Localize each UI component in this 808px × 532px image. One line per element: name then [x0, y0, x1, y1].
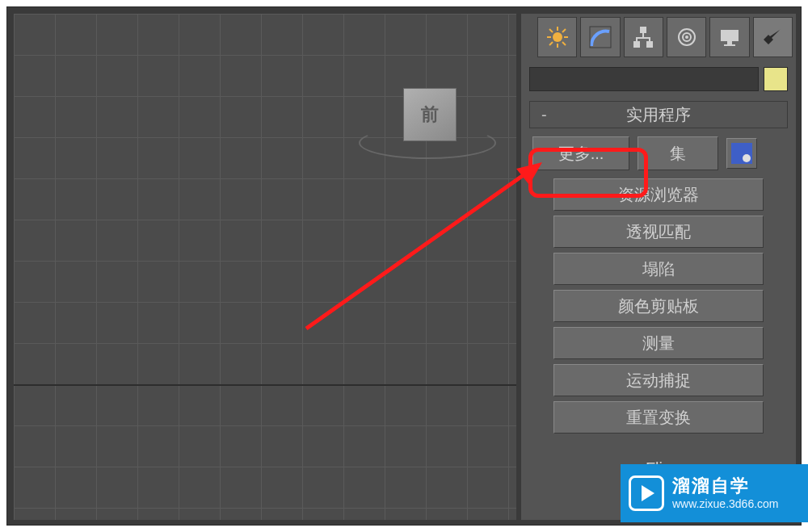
svg-rect-11	[633, 41, 640, 48]
svg-line-6	[562, 42, 566, 45]
svg-rect-12	[646, 41, 653, 48]
command-panel: - 实用程序 更多... 集 资源浏览器 透视匹配 塌陷 颜色剪贴板 测量 运动…	[521, 14, 796, 520]
svg-line-7	[562, 29, 566, 32]
svg-point-15	[685, 36, 688, 39]
app-frame: 前	[6, 6, 802, 526]
rollout-collapse-icon: -	[541, 107, 547, 123]
configure-icon	[731, 143, 752, 164]
configure-button[interactable]	[726, 138, 757, 169]
svg-line-8	[549, 42, 553, 45]
utilities-tab-icon[interactable]	[753, 17, 793, 57]
utility-reset-xform[interactable]: 重置变换	[553, 401, 764, 434]
utility-measure[interactable]: 测量	[553, 327, 764, 359]
viewcube[interactable]: 前	[403, 88, 466, 151]
svg-rect-10	[640, 27, 646, 33]
svg-rect-18	[724, 44, 735, 46]
name-and-color-row	[529, 67, 788, 91]
motion-tab-icon[interactable]	[667, 17, 706, 57]
display-tab-icon[interactable]	[709, 17, 749, 57]
svg-point-0	[553, 32, 562, 42]
modify-tab-icon[interactable]	[580, 17, 620, 57]
utilities-rollout-header[interactable]: - 实用程序	[529, 101, 788, 128]
utilities-list: 资源浏览器 透视匹配 塌陷 颜色剪贴板 测量 运动捕捉 重置变换 Flig	[553, 178, 764, 478]
sets-button[interactable]: 集	[638, 136, 718, 170]
utility-collapse[interactable]: 塌陷	[553, 253, 764, 285]
create-tab-icon[interactable]	[537, 17, 577, 57]
viewport-front[interactable]: 前	[14, 14, 516, 520]
object-color-swatch[interactable]	[764, 67, 788, 91]
hierarchy-tab-icon[interactable]	[624, 17, 663, 57]
rollout-title: 实用程序	[530, 104, 787, 126]
command-panel-tabs	[521, 14, 796, 61]
viewport-horizon	[14, 384, 516, 386]
watermark-url: www.zixue.3d66.com	[672, 497, 779, 511]
utilities-top-row: 更多... 集	[532, 136, 785, 170]
viewcube-front-face[interactable]: 前	[403, 88, 457, 141]
utility-perspective-match[interactable]: 透视匹配	[553, 216, 764, 248]
svg-rect-17	[727, 41, 732, 44]
utility-motion-capture[interactable]: 运动捕捉	[553, 364, 764, 396]
utility-asset-browser[interactable]: 资源浏览器	[553, 178, 764, 211]
object-name-field[interactable]	[529, 67, 759, 91]
more-button[interactable]: 更多...	[532, 136, 629, 170]
utility-color-clipboard[interactable]: 颜色剪贴板	[553, 290, 764, 322]
play-icon	[629, 475, 664, 511]
svg-line-5	[549, 29, 553, 32]
watermark-badge: 溜溜自学 www.zixue.3d66.com	[621, 464, 808, 522]
svg-rect-16	[721, 30, 739, 41]
watermark-title: 溜溜自学	[672, 475, 779, 496]
